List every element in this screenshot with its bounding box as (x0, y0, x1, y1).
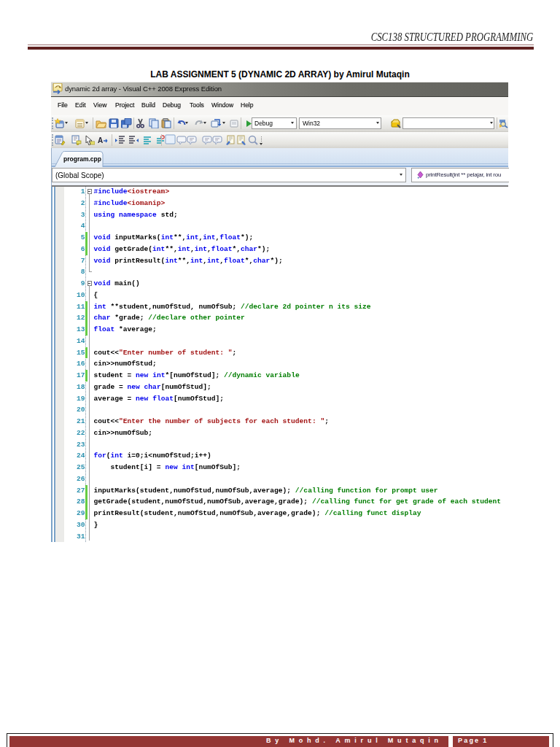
svg-text:A: A (98, 136, 103, 144)
